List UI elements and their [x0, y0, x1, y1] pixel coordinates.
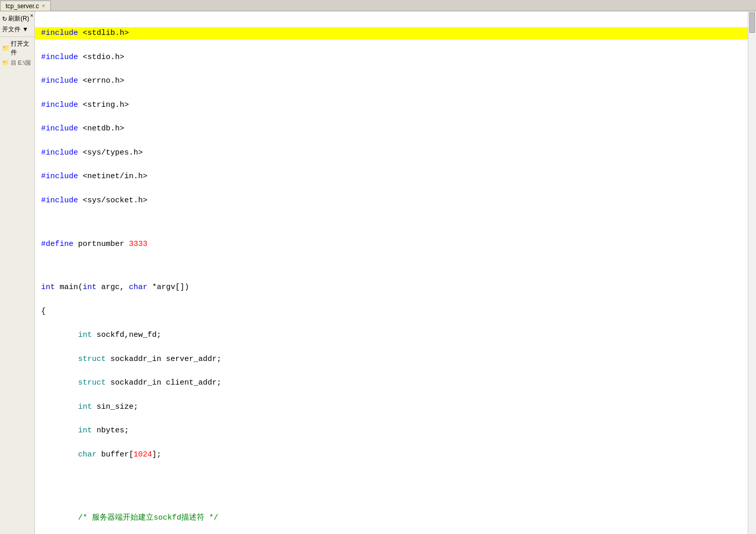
folder-path: 📁 目 E:\国 [0, 58, 33, 68]
code-line-13: { [41, 306, 742, 317]
code-line-18: int nbytes; [41, 425, 742, 436]
panel-close-icon[interactable]: × [30, 12, 33, 18]
folder-icon2: 📁 [2, 60, 9, 66]
code-line-7: #include <netinet/in.h> [41, 170, 742, 182]
code-line-8: #include <sys/socket.h> [41, 195, 742, 206]
open-file-button[interactable]: 📁 打开文件 [0, 39, 34, 58]
code-line-22: /* 服务器端开始建立sockfd描述符 */ [41, 512, 742, 524]
folder-path-label: 目 E:\国 [11, 60, 31, 66]
code-line-12: int main(int argc, char *argv[]) [41, 281, 742, 293]
code-line-1: #include <stdlib.h> [35, 27, 748, 39]
tab-close-icon[interactable]: × [42, 3, 45, 9]
tab-label: tcp_server.c [6, 3, 39, 10]
code-line-5: #include <netdb.h> [41, 123, 742, 135]
code-line-21 [41, 492, 742, 500]
code-line-9 [41, 218, 742, 226]
code-line-2: #include <stdio.h> [41, 51, 742, 63]
vertical-scrollbar[interactable] [748, 11, 756, 534]
main-editor: #include <stdlib.h> #include <stdio.h> #… [35, 11, 756, 534]
scrollbar-thumb[interactable] [749, 12, 755, 33]
code-line-16: struct sockaddr_in client_addr; [41, 377, 742, 389]
code-line-11 [41, 262, 742, 270]
refresh-label: 刷新(R) [8, 14, 29, 23]
code-editor[interactable]: #include <stdlib.h> #include <stdio.h> #… [35, 11, 748, 534]
left-panel: × ↻ 刷新(R) 开文件 ▼ 📁 打开文件 📁 目 E:\国 [0, 11, 35, 534]
code-line-14: int sockfd,new_fd; [41, 329, 742, 341]
code-line-10: #define portnumber 3333 [41, 238, 742, 250]
code-line-17: int sin_size; [41, 401, 742, 413]
code-line-4: #include <string.h> [41, 99, 742, 111]
open-file-label: 开文件 ▼ [2, 25, 28, 34]
refresh-icon: ↻ [2, 15, 7, 23]
folder-icon: 📁 [2, 45, 10, 52]
tab-tcp-server[interactable]: tcp_server.c × [0, 1, 51, 11]
open-file-text: 打开文件 [11, 40, 32, 57]
code-line-6: #include <sys/types.h> [41, 147, 742, 159]
code-line-19: char buffer[1024]; [41, 449, 742, 461]
code-line-15: struct sockaddr_in server_addr; [41, 353, 742, 365]
divider [0, 36, 34, 37]
refresh-button[interactable]: ↻ 刷新(R) [0, 13, 34, 24]
code-line-3: #include <errno.h> [41, 75, 742, 87]
open-file-dropdown[interactable]: 开文件 ▼ [0, 24, 34, 35]
code-line-20 [41, 472, 742, 480]
tab-bar: tcp_server.c × [0, 0, 756, 11]
